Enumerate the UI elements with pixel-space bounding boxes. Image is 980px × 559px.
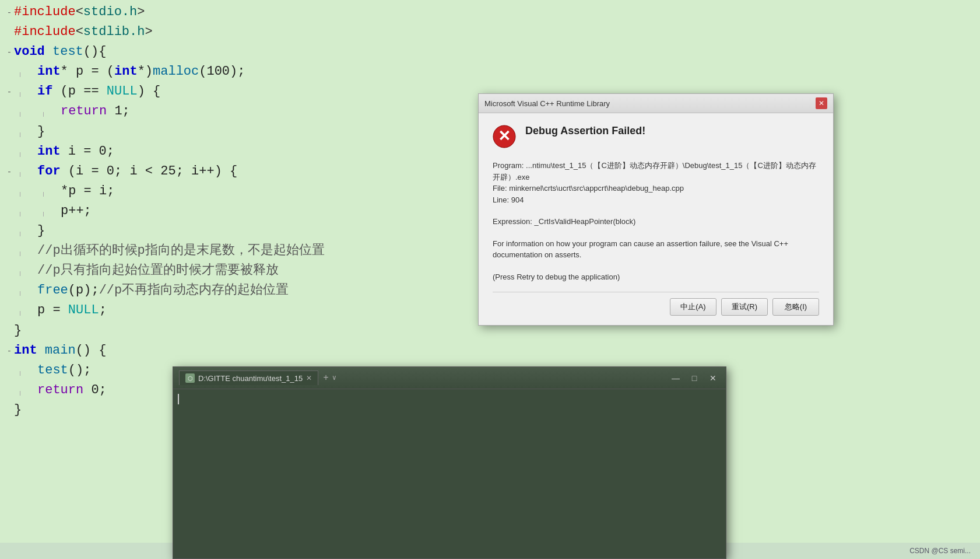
dialog-info-text: For information on how your program can … <box>493 238 819 261</box>
code-line-18: - int main() { <box>0 341 478 361</box>
code-line-15: free(p);//p不再指向动态内存的起始位置 <box>0 281 478 301</box>
dialog-buttons: 中止(A) 重试(R) 忽略(I) <box>493 292 819 316</box>
fold-21 <box>5 405 14 418</box>
fold-8 <box>5 146 14 159</box>
fold-4 <box>5 67 14 79</box>
dialog-body: ✕ Debug Assertion Failed! Program: ...nt… <box>479 113 833 325</box>
dialog-line-text: Line: 904 <box>493 194 819 206</box>
dialog-press-text: (Press Retry to debug the application) <box>493 271 819 283</box>
terminal-tab-icon: ⬡ <box>185 373 195 383</box>
code-line-13: //p出循环的时候p指向的是末尾数，不是起始位置 <box>0 241 478 261</box>
terminal-close-button[interactable]: ✕ <box>706 371 720 385</box>
fold-13 <box>5 246 14 258</box>
dialog-close-button[interactable]: ✕ <box>816 97 827 109</box>
terminal-tab-label: D:\GITTE chuantimu\test_1_15 <box>198 374 303 383</box>
retry-button[interactable]: 重试(R) <box>721 298 768 316</box>
terminal-window: ⬡ D:\GITTE chuantimu\test_1_15 ✕ + ∨ — □… <box>173 366 726 559</box>
fold-9[interactable]: - <box>5 166 14 179</box>
fold-19 <box>5 365 14 378</box>
error-icon: ✕ <box>493 125 516 151</box>
fold-20 <box>5 385 14 398</box>
fold-18[interactable]: - <box>5 345 14 358</box>
code-editor: - #include<stdio.h> #include<stdlib.h> -… <box>0 0 980 559</box>
code-line-6: return 1; <box>0 102 478 121</box>
terminal-plus-button[interactable]: + <box>323 373 329 383</box>
code-line-14: //p只有指向起始位置的时候才需要被释放 <box>0 261 478 281</box>
svg-text:✕: ✕ <box>498 127 511 145</box>
error-dialog: Microsoft Visual C++ Runtime Library ✕ ✕… <box>478 93 834 326</box>
fold-12 <box>5 226 14 239</box>
code-line-7: } <box>0 122 478 142</box>
ignore-button[interactable]: 忽略(I) <box>772 298 819 316</box>
terminal-maximize-button[interactable]: □ <box>687 371 701 385</box>
fold-10 <box>5 186 14 199</box>
code-line-8: int i = 0; <box>0 142 478 162</box>
code-line-3: - void test(){ <box>0 42 478 62</box>
terminal-body[interactable] <box>173 389 726 558</box>
fold-6 <box>5 106 14 119</box>
terminal-minimize-button[interactable]: — <box>669 371 683 385</box>
code-line-12: } <box>0 221 478 241</box>
terminal-tab-close[interactable]: ✕ <box>306 374 312 382</box>
code-area: - #include<stdio.h> #include<stdlib.h> -… <box>0 0 478 420</box>
fold-17 <box>5 326 14 338</box>
fold-15 <box>5 285 14 298</box>
terminal-titlebar: ⬡ D:\GITTE chuantimu\test_1_15 ✕ + ∨ — □… <box>173 367 726 389</box>
fold-1[interactable]: - <box>5 7 14 20</box>
bottom-bar-text: CSDN @CS semi... <box>909 547 971 555</box>
code-line-17: } <box>0 321 478 341</box>
fold-11 <box>5 206 14 219</box>
dialog-assertion-title: Debug Assertion Failed! <box>525 125 645 139</box>
abort-button[interactable]: 中止(A) <box>670 298 716 316</box>
dialog-program-text: Program: ...ntimu\test_1_15（【C进阶】动态内存开辟）… <box>493 160 819 183</box>
fold-3[interactable]: - <box>5 47 14 60</box>
code-line-2: #include<stdlib.h> <box>0 22 478 42</box>
code-line-1: - #include<stdio.h> <box>0 2 478 22</box>
fold-5[interactable]: - <box>5 86 14 99</box>
terminal-tab[interactable]: ⬡ D:\GITTE chuantimu\test_1_15 ✕ <box>179 371 318 385</box>
code-line-4: int* p = (int*)malloc(100); <box>0 62 478 82</box>
terminal-cursor <box>178 394 179 404</box>
code-line-11: p++; <box>0 201 478 221</box>
dialog-expression-text: Expression: _CrtIsValidHeapPointer(block… <box>493 216 819 228</box>
dialog-titlebar: Microsoft Visual C++ Runtime Library ✕ <box>479 94 833 113</box>
code-line-10: *p = i; <box>0 181 478 201</box>
fold-7 <box>5 127 14 139</box>
dialog-header-row: ✕ Debug Assertion Failed! <box>493 125 819 151</box>
code-line-9: - for (i = 0; i < 25; i++) { <box>0 162 478 181</box>
terminal-arrow-button[interactable]: ∨ <box>332 373 336 382</box>
code-line-16: p = NULL; <box>0 301 478 320</box>
dialog-file-text: File: minkernel\crts\ucrt\src\appcrt\hea… <box>493 183 819 194</box>
terminal-window-controls: — □ ✕ <box>669 371 720 385</box>
fold-14 <box>5 265 14 278</box>
fold-2 <box>5 27 14 40</box>
fold-16 <box>5 305 14 318</box>
code-line-5: - if (p == NULL) { <box>0 82 478 102</box>
dialog-title: Microsoft Visual C++ Runtime Library <box>484 99 610 108</box>
